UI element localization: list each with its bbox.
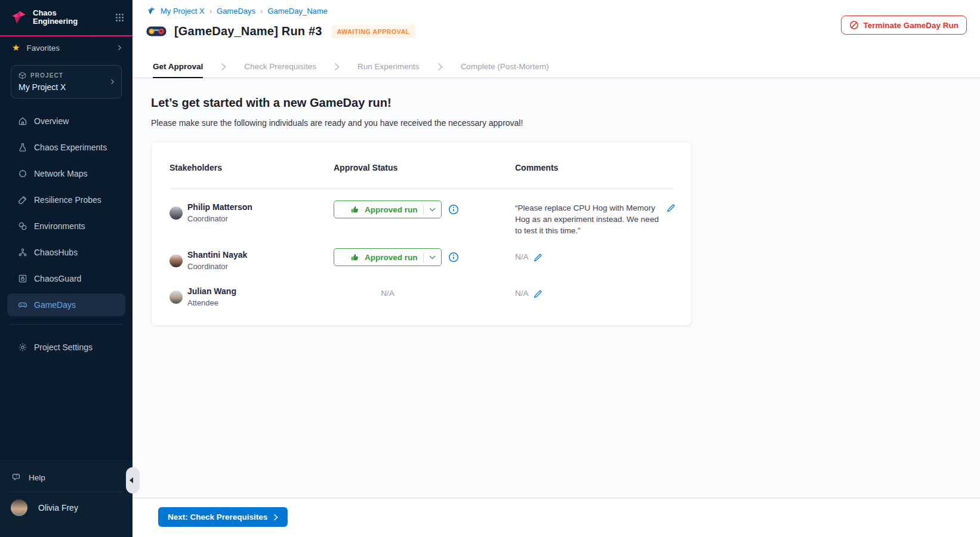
avatar (170, 291, 183, 304)
breadcrumb-separator: › (209, 7, 212, 16)
page-title: [GameDay_Name] Run #3 (174, 24, 322, 38)
edit-comment-icon[interactable] (534, 252, 543, 262)
project-selector[interactable]: PROJECT My Project X (11, 65, 122, 98)
sidebar-item-label: ChaosGuard (34, 274, 81, 283)
sidebar-item-chaos-experiments[interactable]: Chaos Experiments (7, 136, 125, 159)
page-header: My Project X › GameDays › GameDay_Name [… (132, 0, 980, 78)
next-check-prerequisites-button[interactable]: Next: Check Prerequisites (158, 507, 288, 527)
sidebar-nav: Overview Chaos Experiments Network Maps … (0, 110, 132, 316)
terminate-button-label: Terminate GameDay Run (863, 21, 959, 30)
sidebar-item-environments[interactable]: Environments (7, 215, 125, 237)
stakeholder-role: Coordinator (187, 214, 228, 223)
network-maps-icon (18, 169, 27, 178)
avatar (170, 206, 183, 220)
gear-icon (18, 342, 27, 352)
help-label: Help (29, 473, 45, 482)
content-subheading: Please make sure the following individua… (151, 118, 523, 128)
sidebar-item-label: Resilience Probes (34, 195, 101, 205)
chaos-engineering-logo-icon (11, 10, 27, 26)
sidebar-item-chaosguard[interactable]: ChaosGuard (7, 267, 125, 290)
shield-lock-icon (18, 274, 27, 283)
sidebar-item-project-settings[interactable]: Project Settings (7, 336, 125, 359)
sidebar-divider (10, 492, 123, 492)
stakeholders-card: Stakeholders Approval Status Comments Ph… (151, 141, 692, 326)
sidebar-item-gamedays[interactable]: GameDays (7, 294, 125, 316)
user-avatar (11, 499, 27, 516)
column-header-approval-status: Approval Status (334, 163, 397, 172)
status-badge: AWAITING APPROVAL (332, 25, 415, 38)
project-section-label: PROJECT (30, 72, 63, 79)
favorites-label: Favorites (26, 44, 60, 53)
breadcrumb-gameday-name[interactable]: GameDay_Name (267, 7, 327, 16)
chevron-right-icon (273, 514, 278, 521)
comment-text: “Please replace CPU Hog with Memory Hog … (515, 202, 663, 236)
edit-comment-icon[interactable] (667, 203, 676, 212)
breadcrumb-project[interactable]: My Project X (161, 7, 205, 16)
approval-status-dropdown[interactable]: Approved run (334, 248, 442, 266)
approval-status-label: Approved run (365, 205, 418, 214)
step-complete-post-mortem[interactable]: Complete (Post-Mortem) (461, 55, 549, 78)
sidebar: Chaos Engineering ★ Favorites PROJECT (0, 0, 132, 537)
breadcrumb: My Project X › GameDays › GameDay_Name (147, 7, 328, 16)
module-grid-icon[interactable] (115, 13, 124, 22)
thumbs-up-icon (350, 253, 359, 262)
svg-text:?: ? (15, 474, 17, 478)
title-row: [GameDay_Name] Run #3 AWAITING APPROVAL (146, 24, 415, 38)
stakeholder-role: Attendee (187, 298, 218, 307)
sidebar-item-chaoshubs[interactable]: ChaosHubs (7, 241, 125, 264)
sidebar-item-label: GameDays (34, 300, 76, 310)
breadcrumb-separator: › (260, 7, 263, 16)
prohibit-icon (849, 20, 859, 30)
info-icon[interactable] (448, 252, 459, 263)
chevron-left-icon (128, 477, 134, 484)
sidebar-item-label: Project Settings (34, 342, 93, 352)
hub-icon (18, 248, 27, 257)
stakeholder-role: Coordinator (187, 262, 228, 271)
column-header-stakeholders: Stakeholders (170, 163, 222, 172)
help-item[interactable]: ? Help (12, 473, 123, 482)
environments-icon (18, 221, 27, 231)
table-header-divider (170, 189, 673, 189)
brand-accent-divider (0, 35, 132, 36)
table-row: Julian Wang Attendee N/A N/A (152, 287, 691, 323)
chevron-right-icon (116, 44, 123, 51)
breadcrumb-gamedays[interactable]: GameDays (217, 7, 255, 16)
cube-icon (19, 72, 26, 79)
approval-status-dropdown[interactable]: Approved run (334, 200, 442, 218)
sidebar-item-label: Overview (34, 116, 69, 126)
help-chat-icon: ? (12, 473, 21, 482)
terminate-gameday-run-button[interactable]: Terminate GameDay Run (841, 16, 967, 35)
chevron-down-icon (429, 255, 436, 260)
sidebar-item-label: ChaosHubs (34, 248, 78, 257)
project-name: My Project X (19, 82, 106, 92)
brand: Chaos Engineering (0, 0, 132, 26)
footer-bar: Next: Check Prerequisites (132, 498, 980, 537)
user-profile[interactable]: Olivia Frey (11, 499, 123, 516)
gamepad-icon (18, 300, 27, 310)
chevron-right-icon (221, 55, 226, 78)
approval-status-na: N/A (334, 289, 442, 298)
step-check-prerequisites[interactable]: Check Prerequisites (244, 55, 316, 78)
step-get-approval[interactable]: Get Approval (153, 55, 203, 78)
info-icon[interactable] (448, 204, 459, 215)
gamepad-emoji-icon (146, 25, 167, 38)
sidebar-item-resilience-probes[interactable]: Resilience Probes (7, 189, 125, 211)
chevron-right-icon (334, 55, 340, 78)
thumbs-up-icon (350, 205, 359, 214)
sidebar-item-label: Chaos Experiments (34, 143, 107, 152)
step-run-experiments[interactable]: Run Experiments (358, 55, 420, 78)
edit-comment-icon[interactable] (534, 289, 543, 298)
user-name: Olivia Frey (38, 503, 78, 513)
stepper: Get Approval Check Prerequisites Run Exp… (153, 55, 548, 78)
sidebar-item-label: Environments (34, 221, 85, 231)
approval-status-label: Approved run (365, 253, 418, 262)
probe-icon (18, 195, 27, 205)
sidebar-collapse-toggle[interactable] (126, 467, 140, 493)
sidebar-item-overview[interactable]: Overview (7, 110, 125, 132)
favorites-item[interactable]: ★ Favorites (12, 42, 123, 53)
sidebar-item-network-maps[interactable]: Network Maps (7, 162, 125, 185)
stakeholder-name: Julian Wang (187, 286, 236, 296)
stakeholder-name: Philip Matterson (187, 202, 252, 212)
chevron-right-icon (437, 55, 443, 78)
chaos-module-icon (147, 7, 156, 16)
